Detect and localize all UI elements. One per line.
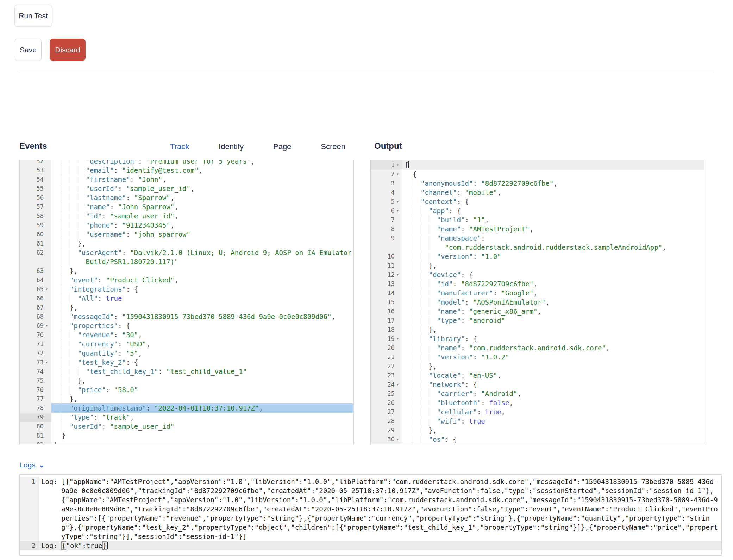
code-line[interactable]: "model": "AOSPonIAEmulator", bbox=[402, 298, 704, 307]
save-button[interactable]: Save bbox=[15, 39, 42, 61]
code-row[interactable]: 30 ▾ "os": { bbox=[371, 435, 704, 444]
code-row[interactable]: 72 ▾ "quantity": "5", bbox=[20, 349, 353, 358]
code-line[interactable]: }, bbox=[51, 239, 353, 248]
code-row[interactable]: 63 ▾ }, bbox=[20, 266, 353, 275]
fold-arrow-icon[interactable]: ▾ bbox=[44, 358, 50, 367]
code-line[interactable]: "wifi": true bbox=[402, 416, 704, 426]
code-row[interactable]: 79 ▾ "type": "track", bbox=[20, 413, 353, 422]
code-row[interactable]: 69 ▾ "properties": { bbox=[20, 321, 353, 330]
code-row[interactable]: 11 ▾ }, bbox=[371, 261, 704, 270]
code-row[interactable]: 58 ▾ "id": "sample_user_id", bbox=[20, 211, 353, 221]
code-line[interactable]: "bluetooth": false, bbox=[402, 398, 704, 407]
code-line[interactable]: }, bbox=[51, 266, 353, 275]
code-row[interactable]: 8 ▾ "name": "AMTestProject", bbox=[371, 224, 704, 234]
code-line[interactable]: "library": { bbox=[402, 334, 704, 343]
code-row[interactable]: 56 ▾ "lastname": "Sparrow", bbox=[20, 193, 353, 202]
code-row[interactable]: 66 ▾ "All": true bbox=[20, 294, 353, 303]
code-row[interactable]: 71 ▾ "currency": "USD", bbox=[20, 339, 353, 349]
code-row[interactable]: 54 ▾ "firstname": "John", bbox=[20, 175, 353, 184]
code-line[interactable]: "firstname": "John", bbox=[51, 175, 353, 184]
code-row[interactable]: 14 ▾ "manufacturer": "Google", bbox=[371, 288, 704, 298]
fold-arrow-icon[interactable]: ▾ bbox=[395, 206, 401, 215]
code-line[interactable]: "phone": "9112340345", bbox=[51, 221, 353, 230]
code-row[interactable]: 3 ▾ "anonymousId": "8d872292709c6fbe", bbox=[371, 179, 704, 188]
code-row[interactable]: 77 ▾ }, bbox=[20, 394, 353, 403]
code-line[interactable]: "messageId": "1590431830915-73bed370-588… bbox=[51, 312, 353, 321]
code-line[interactable]: "device": { bbox=[402, 270, 704, 279]
code-row[interactable]: 23 ▾ "locale": "en-US", bbox=[371, 371, 704, 380]
code-line[interactable]: "name": "generic_x86_arm", bbox=[402, 307, 704, 316]
code-row[interactable]: 29 ▾ }, bbox=[371, 426, 704, 435]
code-line[interactable]: "properties": { bbox=[51, 321, 353, 330]
code-row[interactable]: 27 ▾ "cellular": true, bbox=[371, 407, 704, 416]
code-line[interactable]: "username": "john_sparrow" bbox=[51, 230, 353, 239]
code-row[interactable]: 68 ▾ "messageId": "1590431830915-73bed37… bbox=[20, 312, 353, 321]
code-line[interactable]: "integrations": { bbox=[51, 285, 353, 294]
code-line[interactable]: "price": "58.0" bbox=[51, 385, 353, 394]
code-row[interactable]: 10 ▾ "version": "1.0" bbox=[371, 252, 704, 261]
fold-arrow-icon[interactable]: ▾ bbox=[395, 160, 401, 170]
code-row[interactable]: 12 ▾ "device": { bbox=[371, 270, 704, 279]
code-line[interactable]: "name": "AMTestProject", bbox=[402, 224, 704, 234]
tab-track[interactable]: Track bbox=[170, 142, 189, 151]
code-line[interactable]: "carrier": "Android", bbox=[402, 389, 704, 398]
code-row[interactable]: 57 ▾ "name": "John Sparrow", bbox=[20, 202, 353, 211]
code-row[interactable]: 74 ▾ "test_child_key_1": "test_child_val… bbox=[20, 367, 353, 376]
code-row[interactable]: 17 ▾ "type": "android" bbox=[371, 316, 704, 325]
code-row[interactable]: 64 ▾ "event": "Product Clicked", bbox=[20, 275, 353, 285]
code-line[interactable]: }, bbox=[402, 426, 704, 435]
code-line[interactable]: [ bbox=[402, 160, 704, 170]
code-row[interactable]: 81 ▾ } bbox=[20, 431, 353, 440]
code-line[interactable]: }, bbox=[51, 394, 353, 403]
logs-console[interactable]: 1 ▾ Log: [{"appName":"AMTestProject","ap… bbox=[19, 474, 722, 556]
code-line[interactable]: "lastname": "Sparrow", bbox=[51, 193, 353, 202]
events-editor[interactable]: 52 ▾ "description": "Premium user for 5 … bbox=[19, 160, 354, 444]
code-row[interactable]: 62 ▾ "userAgent": "Dalvik/2.1.0 (Linux; … bbox=[20, 248, 353, 266]
code-row[interactable]: 6 ▾ "app": { bbox=[371, 206, 704, 215]
code-line[interactable]: "name": "John Sparrow", bbox=[51, 202, 353, 211]
code-line[interactable]: "description": "Premium user for 5 years… bbox=[51, 160, 353, 166]
code-line[interactable]: "channel": "mobile", bbox=[402, 188, 704, 197]
code-row[interactable]: 28 ▾ "wifi": true bbox=[371, 416, 704, 426]
code-line[interactable]: "All": true bbox=[51, 294, 353, 303]
code-line[interactable]: }, bbox=[51, 376, 353, 385]
code-row[interactable]: 15 ▾ "model": "AOSPonIAEmulator", bbox=[371, 298, 704, 307]
code-row[interactable]: 53 ▾ "email": "identify@test.com", bbox=[20, 166, 353, 175]
code-row[interactable]: 24 ▾ "network": { bbox=[371, 380, 704, 389]
tab-identify[interactable]: Identify bbox=[219, 142, 244, 151]
code-row[interactable]: 76 ▾ "price": "58.0" bbox=[20, 385, 353, 394]
code-line[interactable]: }, bbox=[51, 303, 353, 312]
fold-arrow-icon[interactable]: ▾ bbox=[395, 334, 401, 343]
code-line[interactable]: "namespace": "com.rudderstack.android.ru… bbox=[402, 234, 704, 252]
code-line[interactable]: "type": "android" bbox=[402, 316, 704, 325]
code-line[interactable]: }, bbox=[402, 362, 704, 371]
code-row[interactable]: 4 ▾ "channel": "mobile", bbox=[371, 188, 704, 197]
code-line[interactable]: "anonymousId": "8d872292709c6fbe", bbox=[402, 179, 704, 188]
code-row[interactable]: 25 ▾ "carrier": "Android", bbox=[371, 389, 704, 398]
code-row[interactable]: 1 ▾ [ bbox=[371, 160, 704, 170]
code-row[interactable]: 80 ▾ "userId": "sample_user_id" bbox=[20, 422, 353, 431]
code-line[interactable]: "context": { bbox=[402, 197, 704, 206]
code-line[interactable]: "id": "8d872292709c6fbe", bbox=[402, 279, 704, 288]
tab-screen[interactable]: Screen bbox=[321, 142, 345, 151]
output-editor[interactable]: 1 ▾ [ 2 ▾ { 3 ▾ "anonymousId": "8d872292… bbox=[370, 160, 704, 444]
code-row[interactable]: 61 ▾ }, bbox=[20, 239, 353, 248]
code-row[interactable]: 13 ▾ "id": "8d872292709c6fbe", bbox=[371, 279, 704, 288]
code-line[interactable]: }, bbox=[402, 261, 704, 270]
run-test-button[interactable]: Run Test bbox=[14, 5, 52, 27]
code-line[interactable]: "id": "sample_user_id", bbox=[51, 211, 353, 221]
code-line[interactable]: "test_key_2": { bbox=[51, 358, 353, 367]
code-line[interactable]: "build": "1", bbox=[402, 215, 704, 224]
code-line[interactable]: Log: [{"appName":"AMTestProject","appVer… bbox=[39, 477, 721, 541]
code-line[interactable]: "revenue": "30", bbox=[51, 330, 353, 339]
code-line[interactable]: "userId": "sample_user_id" bbox=[51, 422, 353, 431]
code-row[interactable]: 70 ▾ "revenue": "30", bbox=[20, 330, 353, 339]
code-row[interactable]: 78 ▾ "originalTimestamp": "2022-04-01T10… bbox=[20, 403, 353, 413]
code-line[interactable]: }, bbox=[402, 325, 704, 334]
code-row[interactable]: 5 ▾ "context": { bbox=[371, 197, 704, 206]
code-row[interactable]: 65 ▾ "integrations": { bbox=[20, 285, 353, 294]
code-row[interactable]: 2 ▾ { bbox=[371, 170, 704, 179]
fold-arrow-icon[interactable]: ▾ bbox=[395, 270, 401, 279]
code-row[interactable]: 18 ▾ }, bbox=[371, 325, 704, 334]
code-row[interactable]: 82 ▾ ] bbox=[20, 440, 353, 444]
